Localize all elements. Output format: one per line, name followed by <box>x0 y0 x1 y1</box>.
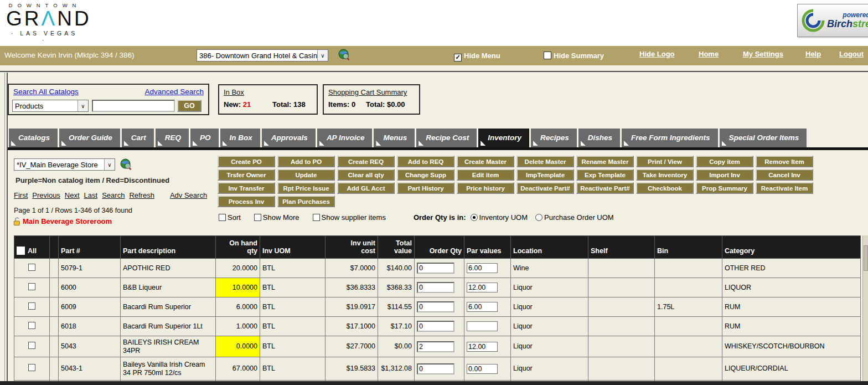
hide-summary-checkbox[interactable] <box>544 52 551 59</box>
store-select[interactable]: *IV_Main Beverage Store ∨ <box>14 158 115 171</box>
copy-item-button[interactable]: Copy item <box>696 156 753 167</box>
inbox-link[interactable]: In Box <box>224 88 244 96</box>
add-to-po-button[interactable]: Add to PO <box>277 156 335 167</box>
order-qty-input[interactable] <box>417 301 454 312</box>
reactivate-item-button[interactable]: Reactivate Item <box>756 182 813 194</box>
exp-template-button[interactable]: Exp Template <box>576 169 634 181</box>
hide-menu-checkbox[interactable]: ✓ <box>454 54 462 61</box>
add-to-req-button[interactable]: Add to REQ <box>397 156 454 167</box>
create-req-button[interactable]: Create REQ <box>337 156 395 167</box>
hide-logo-link[interactable]: Hide Logo <box>639 50 675 58</box>
update-button[interactable]: Update <box>277 169 335 181</box>
import-inv-button[interactable]: Import Inv <box>696 169 753 181</box>
tab-req[interactable]: REQ <box>156 129 189 147</box>
print-view-button[interactable]: Print / View <box>636 156 694 167</box>
tab-dishes[interactable]: Dishes <box>578 129 620 147</box>
take-inventory-button[interactable]: Take Inventory <box>636 169 694 181</box>
search-all-catalogs-link[interactable]: Search All Catalogs <box>13 88 79 96</box>
trsfer-owner-button[interactable]: Trsfer Owner <box>218 169 275 181</box>
par-value-input[interactable] <box>467 321 498 331</box>
remove-item-button[interactable]: Remove Item <box>756 156 813 167</box>
search-input[interactable] <box>92 100 175 112</box>
tab-inventory[interactable]: Inventory <box>478 129 529 147</box>
edit-item-button[interactable]: Edit item <box>457 169 514 181</box>
part-history-button[interactable]: Part History <box>397 182 454 194</box>
tab-in-box[interactable]: In Box <box>220 129 260 147</box>
home-link[interactable]: Home <box>699 50 719 58</box>
next-link[interactable]: Next <box>65 191 80 199</box>
previous-link[interactable]: Previous <box>32 191 60 199</box>
cart-summary-link[interactable]: Shopping Cart Summary <box>328 88 407 96</box>
create-master-button[interactable]: Create Master <box>457 156 514 167</box>
advanced-search-link[interactable]: Advanced Search <box>144 88 204 96</box>
purchase-order-uom-radio[interactable] <box>535 214 542 221</box>
tab-ap-invoice[interactable]: AP Invoice <box>317 129 373 147</box>
my-settings-link[interactable]: My Settings <box>743 50 783 58</box>
create-po-button[interactable]: Create PO <box>218 156 275 167</box>
inv-transfer-button[interactable]: Inv Transfer <box>218 182 275 194</box>
tab-catalogs[interactable]: Catalogs <box>9 129 58 147</box>
tab-recipe-cost[interactable]: Recipe Cost <box>416 129 477 147</box>
dropdown-arrow-icon[interactable]: ∨ <box>317 50 328 61</box>
process-inv-button[interactable]: Process Inv <box>218 196 275 207</box>
row-checkbox[interactable] <box>28 283 35 290</box>
cancel-inv-button[interactable]: Cancel Inv <box>756 169 813 181</box>
par-value-input[interactable] <box>467 364 498 374</box>
rename-master-button[interactable]: Rename Master <box>576 156 634 167</box>
tab-recipes[interactable]: Recipes <box>531 129 577 147</box>
dropdown-arrow-icon[interactable]: ∨ <box>104 159 115 170</box>
tab-special-order-items[interactable]: Special Order Items <box>720 129 807 147</box>
par-value-input[interactable] <box>467 283 498 292</box>
last-link[interactable]: Last <box>84 191 98 199</box>
plan-purchases-button[interactable]: Plan Purchases <box>277 196 335 207</box>
tab-cart[interactable]: Cart <box>122 129 154 147</box>
deactivate-part-button[interactable]: Deactivate Part# <box>516 182 574 194</box>
adv-search-link[interactable]: Adv Search <box>170 191 207 199</box>
show-more-checkbox[interactable] <box>254 214 261 221</box>
select-all-checkbox[interactable] <box>17 247 25 255</box>
clear-all-qty-button[interactable]: Clear all qty <box>337 169 395 181</box>
row-checkbox[interactable] <box>28 302 35 310</box>
imp-template-button[interactable]: ImpTemplate <box>516 169 574 181</box>
search-link[interactable]: Search <box>102 191 125 199</box>
add-gl-acct-button[interactable]: Add GL Acct <box>337 182 395 194</box>
checkbook-button[interactable]: Checkbook <box>636 182 694 194</box>
order-qty-input[interactable] <box>417 282 454 293</box>
order-qty-input[interactable] <box>417 263 454 274</box>
tab-po[interactable]: PO <box>190 129 219 147</box>
store-search-globe-icon[interactable] <box>120 158 133 171</box>
dropdown-arrow-icon[interactable]: ∨ <box>78 100 88 111</box>
order-qty-input[interactable] <box>417 321 454 332</box>
tab-order-guide[interactable]: Order Guide <box>59 129 120 147</box>
tab-menus[interactable]: Menus <box>374 129 415 147</box>
par-value-input[interactable] <box>467 302 498 312</box>
reactivate-part-button[interactable]: Reactivate Part# <box>576 182 634 194</box>
par-value-input[interactable] <box>467 342 498 352</box>
property-search-globe-icon[interactable] <box>338 48 351 61</box>
show-supplier-items-checkbox[interactable] <box>313 214 320 221</box>
tab-approvals[interactable]: Approvals <box>262 129 316 147</box>
row-checkbox[interactable] <box>28 342 35 349</box>
price-history-button[interactable]: Price history <box>457 182 514 194</box>
row-checkbox[interactable] <box>28 322 35 329</box>
order-qty-input[interactable] <box>417 341 454 352</box>
row-checkbox[interactable] <box>28 364 35 371</box>
change-supp-button[interactable]: Change Supp <box>397 169 454 181</box>
par-value-input[interactable] <box>467 263 498 273</box>
scrollbar-thumb[interactable] <box>864 245 868 271</box>
sort-checkbox[interactable] <box>219 214 226 221</box>
refresh-link[interactable]: Refresh <box>129 191 154 199</box>
inventory-uom-radio[interactable] <box>471 214 478 221</box>
vertical-scrollbar[interactable] <box>862 235 868 381</box>
logout-link[interactable]: Logout <box>839 50 864 58</box>
order-qty-input[interactable] <box>417 363 454 374</box>
prop-summary-button[interactable]: Prop Summary <box>696 182 753 194</box>
first-link[interactable]: First <box>14 191 28 199</box>
go-button[interactable]: GO <box>177 100 202 112</box>
property-select[interactable]: 386- Downtown Grand Hotel & Casino ∨ <box>197 49 328 61</box>
tab-free-form-ingredients[interactable]: Free Form Ingredients <box>622 129 718 147</box>
row-checkbox[interactable] <box>28 264 35 271</box>
rpt-price-issue-button[interactable]: Rpt Price Issue <box>277 182 335 194</box>
search-category-select[interactable]: Products ∨ <box>12 100 89 112</box>
help-link[interactable]: Help <box>805 50 821 58</box>
